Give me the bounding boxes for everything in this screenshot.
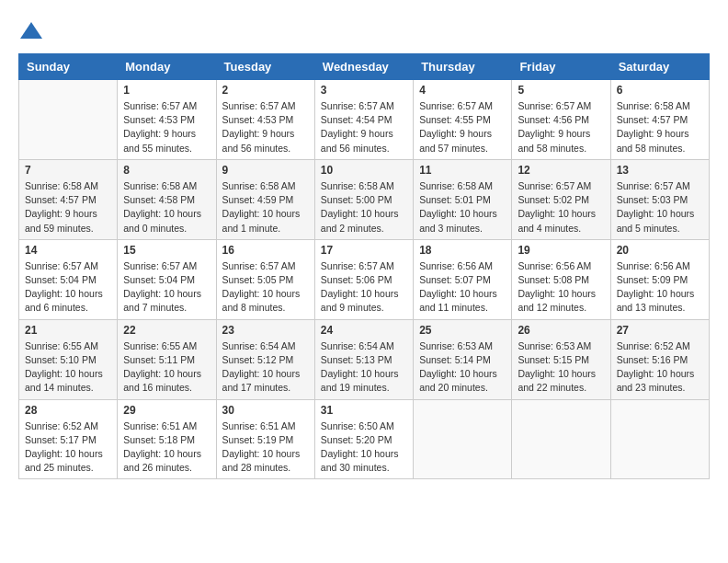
day-number: 9 [222,164,309,177]
day-cell: 5Sunrise: 6:57 AM Sunset: 4:56 PM Daylig… [512,80,610,160]
day-number: 7 [25,164,111,177]
day-number: 31 [321,404,407,417]
day-info: Sunrise: 6:58 AM Sunset: 4:59 PM Dayligh… [222,179,309,236]
day-number: 6 [617,84,703,97]
week-row-4: 21Sunrise: 6:55 AM Sunset: 5:10 PM Dayli… [19,319,710,399]
day-info: Sunrise: 6:55 AM Sunset: 5:10 PM Dayligh… [25,339,111,396]
day-cell: 7Sunrise: 6:58 AM Sunset: 4:57 PM Daylig… [19,159,118,239]
col-header-tuesday: Tuesday [216,54,314,80]
day-info: Sunrise: 6:58 AM Sunset: 5:00 PM Dayligh… [321,179,407,236]
day-info: Sunrise: 6:57 AM Sunset: 5:06 PM Dayligh… [321,259,407,316]
day-info: Sunrise: 6:50 AM Sunset: 5:20 PM Dayligh… [321,419,407,476]
day-number: 8 [123,164,210,177]
day-cell: 29Sunrise: 6:51 AM Sunset: 5:18 PM Dayli… [118,399,216,479]
day-cell: 28Sunrise: 6:52 AM Sunset: 5:17 PM Dayli… [19,399,118,479]
day-info: Sunrise: 6:57 AM Sunset: 4:56 PM Dayligh… [518,99,604,155]
day-number: 23 [222,324,309,337]
col-header-saturday: Saturday [610,54,709,80]
day-cell [610,399,709,479]
col-header-thursday: Thursday [414,54,512,80]
day-info: Sunrise: 6:56 AM Sunset: 5:07 PM Dayligh… [419,259,506,316]
day-info: Sunrise: 6:53 AM Sunset: 5:14 PM Dayligh… [419,339,506,396]
day-number: 19 [518,244,604,257]
day-info: Sunrise: 6:57 AM Sunset: 4:53 PM Dayligh… [222,99,309,155]
day-cell: 9Sunrise: 6:58 AM Sunset: 4:59 PM Daylig… [216,159,314,239]
day-number: 15 [123,244,210,257]
day-cell: 4Sunrise: 6:57 AM Sunset: 4:55 PM Daylig… [414,80,512,160]
day-info: Sunrise: 6:58 AM Sunset: 4:57 PM Dayligh… [25,179,111,236]
day-cell: 3Sunrise: 6:57 AM Sunset: 4:54 PM Daylig… [314,80,413,160]
day-cell: 25Sunrise: 6:53 AM Sunset: 5:14 PM Dayli… [414,319,512,399]
day-number: 10 [321,164,407,177]
day-info: Sunrise: 6:57 AM Sunset: 5:03 PM Dayligh… [617,179,703,236]
week-row-1: 1Sunrise: 6:57 AM Sunset: 4:53 PM Daylig… [19,80,710,160]
day-info: Sunrise: 6:55 AM Sunset: 5:11 PM Dayligh… [123,339,210,396]
day-cell [19,80,118,160]
page-header [18,18,710,44]
day-cell: 14Sunrise: 6:57 AM Sunset: 5:04 PM Dayli… [19,239,118,319]
col-header-sunday: Sunday [19,54,118,80]
day-info: Sunrise: 6:57 AM Sunset: 4:55 PM Dayligh… [419,99,506,155]
day-number: 5 [518,84,604,97]
logo-icon [18,18,44,44]
day-number: 21 [25,324,111,337]
day-number: 4 [419,84,506,97]
day-number: 17 [321,244,407,257]
header-row: SundayMondayTuesdayWednesdayThursdayFrid… [19,54,710,80]
day-cell: 21Sunrise: 6:55 AM Sunset: 5:10 PM Dayli… [19,319,118,399]
day-cell: 27Sunrise: 6:52 AM Sunset: 5:16 PM Dayli… [610,319,709,399]
day-cell: 12Sunrise: 6:57 AM Sunset: 5:02 PM Dayli… [512,159,610,239]
day-cell: 1Sunrise: 6:57 AM Sunset: 4:53 PM Daylig… [118,80,216,160]
day-info: Sunrise: 6:56 AM Sunset: 5:09 PM Dayligh… [617,259,703,316]
day-info: Sunrise: 6:57 AM Sunset: 4:53 PM Dayligh… [123,99,210,155]
day-info: Sunrise: 6:58 AM Sunset: 5:01 PM Dayligh… [419,179,506,236]
day-number: 2 [222,84,309,97]
day-info: Sunrise: 6:51 AM Sunset: 5:18 PM Dayligh… [123,419,210,476]
day-info: Sunrise: 6:52 AM Sunset: 5:17 PM Dayligh… [25,419,111,476]
col-header-wednesday: Wednesday [314,54,413,80]
day-number: 25 [419,324,506,337]
day-cell: 10Sunrise: 6:58 AM Sunset: 5:00 PM Dayli… [314,159,413,239]
day-number: 3 [321,84,407,97]
calendar-table: SundayMondayTuesdayWednesdayThursdayFrid… [18,53,710,479]
day-cell: 24Sunrise: 6:54 AM Sunset: 5:13 PM Dayli… [314,319,413,399]
day-number: 20 [617,244,703,257]
day-info: Sunrise: 6:57 AM Sunset: 5:02 PM Dayligh… [518,179,604,236]
day-cell: 26Sunrise: 6:53 AM Sunset: 5:15 PM Dayli… [512,319,610,399]
day-cell: 17Sunrise: 6:57 AM Sunset: 5:06 PM Dayli… [314,239,413,319]
day-number: 12 [518,164,604,177]
day-number: 29 [123,404,210,417]
day-number: 16 [222,244,309,257]
day-cell: 18Sunrise: 6:56 AM Sunset: 5:07 PM Dayli… [414,239,512,319]
day-info: Sunrise: 6:54 AM Sunset: 5:12 PM Dayligh… [222,339,309,396]
day-number: 18 [419,244,506,257]
day-cell: 22Sunrise: 6:55 AM Sunset: 5:11 PM Dayli… [118,319,216,399]
day-cell: 19Sunrise: 6:56 AM Sunset: 5:08 PM Dayli… [512,239,610,319]
day-number: 13 [617,164,703,177]
day-info: Sunrise: 6:52 AM Sunset: 5:16 PM Dayligh… [617,339,703,396]
day-number: 11 [419,164,506,177]
day-cell: 31Sunrise: 6:50 AM Sunset: 5:20 PM Dayli… [314,399,413,479]
day-info: Sunrise: 6:57 AM Sunset: 5:04 PM Dayligh… [123,259,210,316]
day-number: 26 [518,324,604,337]
day-number: 22 [123,324,210,337]
day-number: 24 [321,324,407,337]
week-row-2: 7Sunrise: 6:58 AM Sunset: 4:57 PM Daylig… [19,159,710,239]
day-cell: 23Sunrise: 6:54 AM Sunset: 5:12 PM Dayli… [216,319,314,399]
day-number: 14 [25,244,111,257]
day-cell: 13Sunrise: 6:57 AM Sunset: 5:03 PM Dayli… [610,159,709,239]
day-cell [512,399,610,479]
col-header-monday: Monday [118,54,216,80]
day-cell: 8Sunrise: 6:58 AM Sunset: 4:58 PM Daylig… [118,159,216,239]
col-header-friday: Friday [512,54,610,80]
day-info: Sunrise: 6:57 AM Sunset: 5:04 PM Dayligh… [25,259,111,316]
day-info: Sunrise: 6:51 AM Sunset: 5:19 PM Dayligh… [222,419,309,476]
day-cell: 30Sunrise: 6:51 AM Sunset: 5:19 PM Dayli… [216,399,314,479]
day-info: Sunrise: 6:56 AM Sunset: 5:08 PM Dayligh… [518,259,604,316]
day-cell: 11Sunrise: 6:58 AM Sunset: 5:01 PM Dayli… [414,159,512,239]
day-cell: 15Sunrise: 6:57 AM Sunset: 5:04 PM Dayli… [118,239,216,319]
logo [18,18,48,44]
day-info: Sunrise: 6:58 AM Sunset: 4:57 PM Dayligh… [617,99,703,155]
day-info: Sunrise: 6:54 AM Sunset: 5:13 PM Dayligh… [321,339,407,396]
day-info: Sunrise: 6:57 AM Sunset: 5:05 PM Dayligh… [222,259,309,316]
